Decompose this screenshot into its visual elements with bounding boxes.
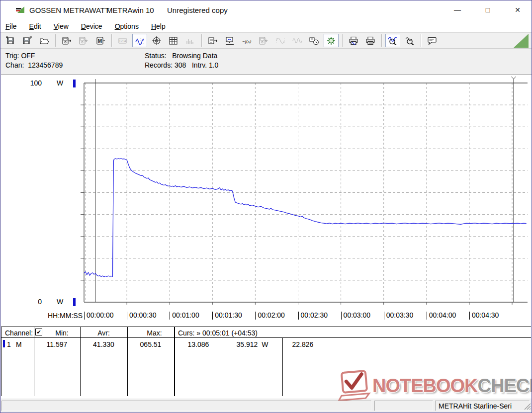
resize-grip[interactable] — [524, 403, 531, 412]
menu-file[interactable]: File — [5, 22, 17, 30]
notebookcheck-laptop-icon — [337, 369, 372, 403]
power-line-chart[interactable] — [1, 75, 532, 326]
column-header-min: Min: — [34, 329, 80, 337]
zoom-time-icon[interactable] — [385, 34, 400, 47]
x-tick-label: 00:00:30 — [127, 312, 157, 320]
minimize-button[interactable]: — — [446, 0, 469, 19]
channel-status: Chan: 123456789 — [5, 61, 63, 69]
table-border — [1, 327, 1, 396]
x-tick-label: 00:01:00 — [170, 312, 199, 320]
device-name: METRAHit Starline-Seri — [439, 402, 512, 410]
trigger-status: Trig: OFF — [5, 52, 35, 60]
x-tick-label: 00:02:30 — [298, 312, 328, 320]
records-status: Records: 308 Intrv. 1.0 — [145, 61, 218, 69]
menu-options[interactable]: Options — [115, 22, 139, 30]
title-brand: GOSSEN METRAWATT — [29, 6, 109, 14]
y-axis-unit-bottom: W — [57, 298, 63, 306]
histogram-view-icon[interactable] — [183, 34, 198, 47]
pc-connect-icon[interactable] — [222, 34, 237, 47]
annotation-icon[interactable] — [425, 34, 440, 47]
title-license: Unregistered copy — [167, 6, 228, 14]
column-header-channel: Channel: — [5, 329, 33, 337]
cell-cursor2-value: 35.912 W — [222, 340, 282, 349]
scope-view-icon[interactable] — [149, 34, 164, 47]
svg-text:M: M — [98, 38, 102, 44]
print-preview-icon[interactable] — [346, 34, 361, 47]
column-header-max: Max: — [127, 329, 174, 337]
numeric-display-icon[interactable]: 1234 — [115, 34, 130, 47]
export-data-icon[interactable] — [205, 34, 220, 47]
close-button[interactable]: ✕ — [506, 0, 529, 19]
y-axis-unit-top: W — [57, 79, 63, 87]
chart-panel: 100 W 0 W HH:MM:SS 00:00:0000:00:3000:01… — [1, 74, 532, 326]
toolbar-separator — [421, 34, 421, 47]
notebookcheck-watermark: NOTEBOOKCHECK — [337, 369, 532, 402]
x-tick-label: 00:04:00 — [427, 312, 456, 320]
open-data-icon[interactable] — [3, 34, 18, 47]
y-axis-min-label: 0 — [16, 298, 42, 306]
menu-device[interactable]: Device — [81, 22, 102, 30]
x-tick-label: 00:03:00 — [341, 312, 371, 320]
print-icon[interactable] — [363, 34, 378, 47]
column-header-avr: Avr: — [80, 329, 127, 337]
toolbar-separator — [55, 34, 56, 47]
toolbar: M1234=f(x) — [0, 32, 532, 49]
menu-bar: FileEditViewDeviceOptionsHelp — [0, 20, 532, 32]
app-logo-icon — [15, 5, 25, 16]
acquisition-info-panel: Trig: OFF Chan: 123456789 Status: Browsi… — [0, 49, 532, 74]
menu-view[interactable]: View — [54, 22, 69, 30]
device-config-icon[interactable] — [256, 34, 271, 47]
toolbar-separator — [381, 34, 382, 47]
x-tick-label: 00:03:30 — [384, 312, 414, 320]
device-write-icon[interactable] — [76, 34, 91, 47]
time-sync-icon[interactable] — [307, 34, 322, 47]
watermark-text: NOTEBOOKCHECK — [372, 375, 532, 397]
x-tick-label: 00:02:00 — [255, 312, 285, 320]
column-header-cursor: Curs: » 00:05:01 (+04:53) — [178, 329, 258, 337]
browse-status: Status: Browsing Data — [145, 52, 217, 60]
open-folder-icon[interactable] — [37, 34, 52, 47]
status-panel-left — [1, 401, 371, 411]
channel-color-marker — [3, 340, 5, 347]
title-app-name: METRAwin 10 — [106, 6, 154, 14]
metrawin-window: GOSSEN METRAWATT METRAwin 10 Unregistere… — [0, 0, 532, 413]
cell-cursor-delta: 22.826 — [283, 340, 323, 349]
toolbar-separator — [342, 34, 343, 47]
toolbar-separator — [111, 34, 112, 47]
status-panel-middle — [374, 401, 433, 411]
cell-channel-number[interactable]: 1 — [7, 340, 11, 349]
status-triangle-icon — [514, 34, 529, 48]
cell-cursor1-value: 13.086 — [175, 340, 222, 349]
maximize-button[interactable]: □ — [476, 0, 499, 19]
x-tick-label: 00:00:00 — [84, 312, 114, 320]
title-bar: GOSSEN METRAWATT METRAwin 10 Unregistere… — [0, 0, 532, 20]
menu-edit[interactable]: Edit — [29, 22, 41, 30]
device-read-icon[interactable] — [59, 34, 74, 47]
x-tick-label: 00:01:30 — [212, 312, 242, 320]
svg-text:=f(x): =f(x) — [242, 38, 252, 43]
formula-icon[interactable]: =f(x) — [239, 34, 254, 47]
x-axis-name: HH:MM:SS — [45, 312, 83, 320]
svg-text:1234: 1234 — [119, 39, 126, 42]
chart-view-icon[interactable] — [132, 34, 147, 47]
cell-min: 11.597 — [34, 340, 80, 349]
multi-curve-icon[interactable] — [290, 34, 305, 47]
status-panel-device: METRAHit Starline-Seri — [435, 401, 530, 411]
live-record-icon[interactable] — [324, 34, 339, 47]
device-memory-icon[interactable]: M — [93, 34, 108, 47]
zoom-amplitude-icon[interactable] — [402, 34, 417, 47]
save-data-icon[interactable] — [20, 34, 35, 47]
cell-avr: 41.330 — [80, 340, 127, 349]
table-border — [174, 327, 175, 396]
menu-help[interactable]: Help — [151, 22, 166, 30]
single-curve-icon[interactable] — [273, 34, 288, 47]
table-view-icon[interactable] — [166, 34, 181, 47]
y-axis-max-label: 100 — [16, 79, 42, 87]
toolbar-separator — [201, 34, 202, 47]
cell-channel-mode: M — [16, 340, 22, 349]
cell-max: 065.51 — [127, 340, 174, 349]
x-tick-label: 00:04:30 — [469, 312, 499, 320]
